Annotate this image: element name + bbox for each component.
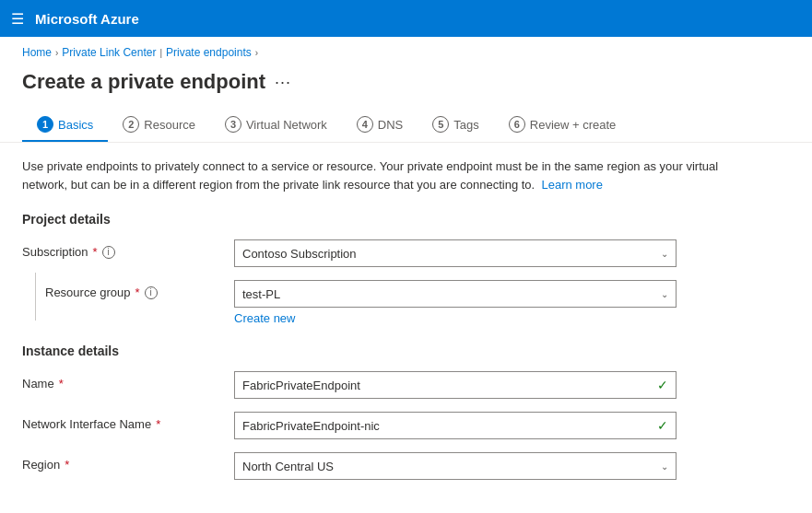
- tab-num-4: 4: [357, 116, 373, 133]
- region-dropdown[interactable]: North Central US ⌄: [234, 452, 677, 480]
- instance-details-heading: Instance details: [22, 344, 790, 358]
- resource-group-control: test-PL ⌄ Create new: [234, 280, 677, 325]
- nic-label-area: Network Interface Name *: [22, 412, 234, 431]
- resource-group-info-icon[interactable]: i: [145, 286, 158, 299]
- region-row: Region * North Central US ⌄: [22, 452, 790, 480]
- tab-label-dns: DNS: [378, 118, 403, 132]
- region-value: North Central US: [242, 460, 661, 473]
- page-title-area: Create a private endpoint ···: [0, 64, 812, 109]
- subscription-info-icon[interactable]: i: [102, 246, 115, 259]
- instance-details-section: Instance details Name * FabricPrivateEnd…: [22, 344, 790, 480]
- name-dropdown[interactable]: FabricPrivateEndpoint ✓: [234, 371, 677, 399]
- learn-more-link[interactable]: Learn more: [541, 178, 602, 192]
- breadcrumb-sep-1: ›: [55, 48, 58, 58]
- tab-label-review-create: Review + create: [530, 118, 617, 132]
- tab-num-1: 1: [37, 116, 53, 133]
- page-title: Create a private endpoint: [22, 70, 265, 94]
- bracket-and-label: Resource group * i: [22, 280, 234, 325]
- tab-label-tags: Tags: [453, 118, 478, 132]
- resource-group-required: *: [135, 286, 140, 299]
- nic-required: *: [156, 417, 160, 431]
- create-new-link[interactable]: Create new: [234, 311, 295, 325]
- nic-label: Network Interface Name: [22, 417, 151, 431]
- name-value: FabricPrivateEndpoint: [242, 379, 657, 392]
- breadcrumb-home[interactable]: Home: [22, 46, 52, 59]
- nav-bar: ☰ Microsoft Azure: [0, 0, 812, 37]
- tab-review-create[interactable]: 6 Review + create: [494, 109, 631, 142]
- tab-label-resource: Resource: [144, 118, 195, 132]
- subscription-label-area: Subscription * i: [22, 239, 234, 259]
- subscription-dropdown[interactable]: Contoso Subscription ⌄: [234, 239, 677, 267]
- subscription-label: Subscription: [22, 245, 88, 259]
- name-label: Name: [22, 377, 54, 391]
- nic-check-icon: ✓: [657, 418, 668, 433]
- breadcrumb-sep-2: |: [159, 48, 162, 58]
- tab-label-basics: Basics: [58, 118, 93, 132]
- resource-group-chevron-icon: ⌄: [661, 289, 668, 299]
- tab-dns[interactable]: 4 DNS: [342, 109, 418, 142]
- resource-group-section: Resource group * i test-PL ⌄ Create new: [22, 280, 790, 325]
- name-control: FabricPrivateEndpoint ✓: [234, 371, 677, 399]
- region-chevron-icon: ⌄: [661, 461, 668, 472]
- bracket-wrapper: Resource group * i: [35, 280, 158, 325]
- nic-value: FabricPrivateEndpoint-nic: [242, 419, 657, 433]
- tab-num-3: 3: [225, 116, 241, 133]
- tab-label-virtual-network: Virtual Network: [246, 118, 327, 132]
- tab-virtual-network[interactable]: 3 Virtual Network: [210, 109, 342, 142]
- name-required: *: [59, 377, 64, 391]
- resource-group-value: test-PL: [242, 287, 661, 301]
- region-label: Region: [22, 458, 60, 472]
- tab-num-2: 2: [123, 116, 139, 133]
- tab-basics[interactable]: 1 Basics: [22, 109, 108, 142]
- subscription-value: Contoso Subscription: [242, 247, 661, 261]
- project-details-heading: Project details: [22, 212, 790, 227]
- tab-resource[interactable]: 2 Resource: [108, 109, 210, 142]
- resource-group-label: Resource group: [45, 286, 131, 299]
- name-label-area: Name *: [22, 371, 234, 391]
- name-row: Name * FabricPrivateEndpoint ✓: [22, 371, 790, 399]
- tab-num-5: 5: [432, 116, 449, 133]
- breadcrumb-sep-3: ›: [255, 48, 258, 58]
- region-label-area: Region *: [22, 452, 234, 472]
- subscription-required: *: [93, 245, 98, 259]
- network-interface-name-row: Network Interface Name * FabricPrivateEn…: [22, 412, 790, 439]
- tabs-container: 1 Basics 2 Resource 3 Virtual Network 4 …: [0, 109, 812, 143]
- tab-tags[interactable]: 5 Tags: [418, 109, 493, 142]
- subscription-control: Contoso Subscription ⌄: [234, 239, 677, 267]
- region-required: *: [65, 458, 69, 472]
- info-text: Use private endpoints to privately conne…: [22, 157, 741, 193]
- subscription-chevron-icon: ⌄: [661, 249, 668, 259]
- nav-title: Microsoft Azure: [35, 11, 139, 27]
- resource-group-label-area: Resource group * i: [36, 280, 158, 299]
- region-control: North Central US ⌄: [234, 452, 677, 480]
- tab-num-6: 6: [509, 116, 525, 133]
- subscription-row: Subscription * i Contoso Subscription ⌄: [22, 239, 790, 267]
- breadcrumb: Home › Private Link Center | Private end…: [0, 37, 812, 64]
- hamburger-icon[interactable]: ☰: [11, 10, 24, 28]
- name-check-icon: ✓: [657, 378, 668, 392]
- nic-control: FabricPrivateEndpoint-nic ✓: [234, 412, 677, 439]
- content-area: Use private endpoints to privately conne…: [0, 143, 812, 513]
- resource-group-dropdown[interactable]: test-PL ⌄: [234, 280, 677, 308]
- breadcrumb-private-link[interactable]: Private Link Center: [62, 46, 156, 59]
- breadcrumb-private-endpoints[interactable]: Private endpoints: [166, 46, 252, 59]
- nic-dropdown[interactable]: FabricPrivateEndpoint-nic ✓: [234, 412, 677, 439]
- ellipsis-button[interactable]: ···: [275, 73, 291, 92]
